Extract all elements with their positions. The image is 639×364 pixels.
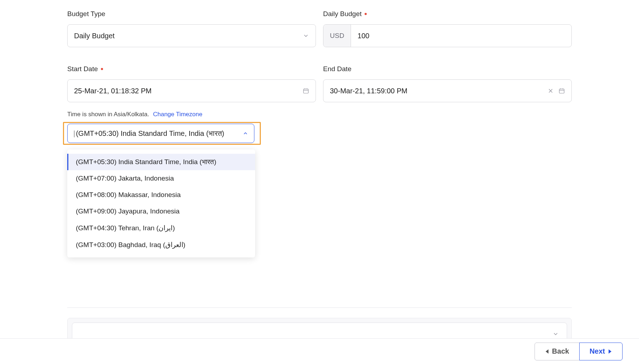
daily-budget-input[interactable] [351, 25, 571, 47]
budget-type-label-text: Budget Type [67, 10, 105, 18]
svg-marker-14 [609, 349, 611, 354]
start-date-label-text: Start Date [67, 65, 98, 73]
timezone-option[interactable]: (GMT+09:00) Jayapura, Indonesia [67, 203, 255, 220]
budget-type-value: Daily Budget [74, 32, 114, 40]
svg-rect-0 [303, 89, 308, 93]
timezone-option[interactable]: (GMT+08:00) Makassar, Indonesia [67, 187, 255, 203]
timezone-selected-value: (GMT+05:30) India Standard Time, India (… [76, 129, 224, 138]
next-button[interactable]: Next [579, 343, 623, 360]
text-cursor: | [73, 129, 75, 138]
daily-budget-input-wrap: USD [323, 24, 572, 47]
start-date-field: Start Date 25-Mar-21, 01:18:32 PM [67, 65, 316, 102]
start-date-value: 25-Mar-21, 01:18:32 PM [74, 87, 303, 95]
footer-bar: Back Next [0, 338, 639, 364]
chevron-up-icon [243, 131, 248, 136]
required-indicator [101, 68, 103, 70]
triangle-left-icon [545, 349, 549, 354]
required-indicator [365, 13, 367, 15]
divider [67, 308, 572, 308]
timezone-option[interactable]: (GMT+05:30) India Standard Time, India (… [67, 154, 255, 170]
calendar-icon [558, 88, 565, 94]
calendar-icon [303, 88, 309, 94]
budget-type-label: Budget Type [67, 10, 316, 18]
chevron-down-icon [303, 33, 309, 39]
end-date-input[interactable]: 30-Mar-21, 11:59:00 PM [323, 79, 572, 102]
clear-icon[interactable] [548, 88, 553, 94]
budget-type-select[interactable]: Daily Budget [67, 24, 316, 47]
daily-budget-label-text: Daily Budget [323, 10, 362, 18]
svg-marker-13 [546, 349, 548, 354]
daily-budget-label: Daily Budget [323, 10, 572, 18]
end-date-label-text: End Date [323, 65, 351, 73]
timezone-option[interactable]: (GMT+07:00) Jakarta, Indonesia [67, 170, 255, 187]
end-date-value: 30-Mar-21, 11:59:00 PM [330, 87, 548, 95]
timezone-note-text: Time is shown in Asia/Kolkata. [67, 111, 149, 118]
timezone-option[interactable]: (GMT+04:30) Tehran, Iran (ایران) [67, 220, 255, 236]
triangle-right-icon [608, 349, 612, 354]
next-button-label: Next [590, 347, 605, 355]
currency-prefix: USD [323, 25, 351, 47]
budget-type-field: Budget Type Daily Budget [67, 10, 316, 47]
start-date-label: Start Date [67, 65, 316, 73]
timezone-note: Time is shown in Asia/Kolkata. Change Ti… [67, 111, 572, 118]
end-date-label: End Date [323, 65, 572, 73]
start-date-input[interactable]: 25-Mar-21, 01:18:32 PM [67, 79, 316, 102]
end-date-field: End Date 30-Mar-21, 11:59:00 PM [323, 65, 572, 102]
timezone-dropdown: (GMT+05:30) India Standard Time, India (… [67, 149, 255, 257]
change-timezone-link[interactable]: Change Timezone [153, 111, 203, 118]
back-button-label: Back [552, 347, 569, 355]
timezone-select-wrap: | (GMT+05:30) India Standard Time, India… [67, 124, 254, 143]
chevron-down-icon [552, 331, 559, 337]
svg-rect-6 [559, 89, 564, 93]
back-button[interactable]: Back [535, 343, 580, 360]
timezone-select[interactable]: | (GMT+05:30) India Standard Time, India… [67, 124, 254, 143]
timezone-option[interactable]: (GMT+03:00) Baghdad, Iraq (العراق) [67, 236, 255, 253]
daily-budget-field: Daily Budget USD [323, 10, 572, 47]
